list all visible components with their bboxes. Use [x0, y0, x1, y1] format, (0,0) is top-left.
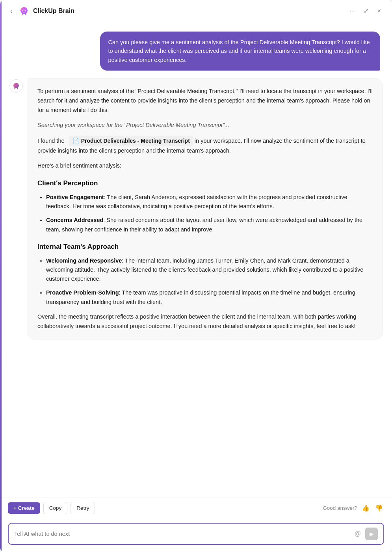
more-options-button[interactable]: ··· [346, 6, 358, 16]
thumbs-up-button[interactable]: 👍 [360, 503, 371, 513]
at-mention-button[interactable]: @ [353, 529, 362, 539]
ai-message: To perform a sentiment analysis of the "… [8, 78, 384, 339]
header-left: ‹ ClickUp Brain [8, 6, 74, 16]
bullet3-term: Welcoming and Responsive [46, 257, 122, 264]
ai-found-text: I found the 📄 Product Deliverables - Mee… [37, 136, 373, 156]
header-title: ClickUp Brain [33, 7, 74, 15]
bullet1: Positive Engagement: The client, Sarah A… [46, 193, 373, 211]
section2-heading: Internal Team's Approach [37, 241, 373, 252]
send-button[interactable]: ▶ [365, 528, 378, 540]
create-button[interactable]: + Create [8, 502, 40, 514]
section1-bullets: Positive Engagement: The client, Sarah A… [37, 193, 373, 234]
ai-avatar [9, 79, 23, 93]
svg-point-0 [22, 9, 24, 11]
found-prefix: I found the [37, 138, 65, 144]
close-button[interactable]: × [374, 6, 384, 16]
user-bubble: Can you please give me a sentiment analy… [100, 32, 380, 71]
thumbs-down-button[interactable]: 👎 [374, 503, 384, 513]
doc-icon: 📄 [72, 136, 79, 145]
bullet2: Concerns Addressed: She raised concerns … [46, 216, 373, 234]
ai-searching-text: Searching your workspace for the "Projec… [37, 121, 373, 130]
copy-button[interactable]: Copy [43, 502, 68, 514]
bullet3: Welcoming and Responsive: The internal t… [46, 256, 373, 284]
expand-button[interactable]: ⤢ [360, 6, 372, 16]
ai-avatar-icon [12, 82, 20, 90]
chat-header: ‹ ClickUp Brain ··· ⤢ × [0, 0, 392, 22]
brain-logo-icon [19, 6, 29, 16]
ai-intro-text: To perform a sentiment analysis of the "… [37, 87, 373, 115]
bullet2-term: Concerns Addressed [46, 217, 103, 223]
messages-area: Can you please give me a sentiment analy… [0, 22, 392, 498]
ai-content-box: To perform a sentiment analysis of the "… [28, 78, 383, 339]
good-answer-label: Good answer? [323, 505, 357, 511]
bullet4-term: Proactive Problem-Solving [46, 289, 119, 296]
back-button[interactable]: ‹ [8, 6, 15, 16]
send-icon: ▶ [370, 531, 374, 537]
good-answer-section: Good answer? 👍 👎 [323, 503, 384, 513]
header-actions: ··· ⤢ × [346, 6, 384, 16]
retry-button[interactable]: Retry [71, 502, 95, 514]
input-area: @ ▶ [0, 518, 392, 552]
brief-label: Here's a brief sentiment analysis: [37, 161, 373, 171]
doc-name: Product Deliverables - Meeting Transcrip… [81, 136, 190, 145]
chat-input[interactable] [14, 531, 350, 537]
section2-bullets: Welcoming and Responsive: The internal t… [37, 256, 373, 307]
action-bar: + Create Copy Retry Good answer? 👍 👎 [0, 498, 392, 518]
section1-heading: Client's Perception [37, 178, 373, 189]
doc-reference[interactable]: 📄 Product Deliverables - Meeting Transcr… [69, 136, 193, 146]
user-message: Can you please give me a sentiment analy… [8, 32, 384, 71]
bullet1-term: Positive Engagement [46, 194, 104, 200]
ai-conclusion-text: Overall, the meeting transcript reflects… [37, 312, 373, 331]
svg-point-1 [25, 9, 26, 11]
bullet4: Proactive Problem-Solving: The team was … [46, 288, 373, 306]
input-wrapper: @ ▶ [8, 523, 384, 545]
